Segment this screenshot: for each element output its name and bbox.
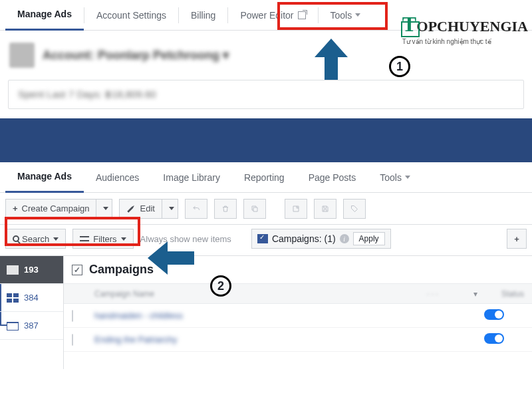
account-label: Account: Poonlarp Petchroong ▾ bbox=[43, 48, 229, 63]
chevron-down-icon bbox=[405, 176, 410, 179]
campaigns-filter-label: Campaigns: (1) bbox=[272, 233, 336, 244]
svg-rect-3 bbox=[13, 299, 19, 303]
spend-text: Spent Last 7 Days: ฿18,809.60 bbox=[18, 88, 514, 100]
tree-line bbox=[0, 312, 7, 326]
search-label: Search bbox=[22, 234, 49, 244]
content: 193 384 387 Campaigns Campaign Name · · … bbox=[0, 256, 532, 369]
leftnav-campaigns[interactable]: 193 bbox=[0, 256, 63, 284]
filter-bar: Search Filters Always show new items Cam… bbox=[0, 225, 532, 256]
main-panel: Campaigns Campaign Name · · · ▾ Status h… bbox=[64, 256, 532, 369]
account-row: Account: Poonlarp Petchroong ▾ bbox=[0, 31, 532, 76]
tree-line bbox=[0, 284, 7, 311]
create-campaign-label: Create Campaign bbox=[22, 203, 90, 213]
table-header: Campaign Name · · · ▾ Status bbox=[64, 284, 532, 304]
tab-account-settings[interactable]: Account Settings bbox=[84, 0, 178, 31]
edit-button[interactable]: Edit bbox=[119, 199, 162, 219]
header-band bbox=[0, 118, 532, 162]
status-toggle[interactable] bbox=[484, 333, 504, 344]
search-icon bbox=[13, 235, 19, 242]
always-show-text: Always show new items bbox=[140, 234, 231, 244]
tab-billing[interactable]: Billing bbox=[179, 0, 227, 31]
duplicate-button[interactable] bbox=[243, 199, 266, 219]
main-heading: Campaigns bbox=[64, 256, 532, 284]
tab2-image-library[interactable]: Image Library bbox=[151, 162, 232, 193]
folder-check-icon bbox=[257, 234, 268, 243]
folder-icon bbox=[7, 265, 19, 275]
edit-dropdown[interactable] bbox=[162, 199, 178, 219]
row-name: handmaiden - childless bbox=[94, 311, 427, 321]
tab2-tools[interactable]: Tools bbox=[368, 162, 422, 193]
popout-icon bbox=[298, 11, 306, 19]
pencil-icon bbox=[125, 202, 138, 215]
tab-tools[interactable]: Tools bbox=[319, 0, 373, 31]
tag-button[interactable] bbox=[343, 199, 366, 219]
chevron-down-icon bbox=[169, 207, 174, 210]
tab-power-editor[interactable]: Power Editor bbox=[228, 0, 317, 31]
chevron-down-icon bbox=[53, 237, 59, 241]
chevron-down-icon bbox=[355, 13, 360, 17]
duplicate-icon bbox=[251, 203, 259, 214]
ads-icon bbox=[7, 321, 19, 331]
filters-label: Filters bbox=[93, 234, 116, 244]
edit-label: Edit bbox=[140, 203, 154, 213]
filters-icon bbox=[80, 235, 89, 242]
tab-power-editor-label: Power Editor bbox=[240, 10, 293, 21]
create-campaign-group: + Create Campaign bbox=[5, 199, 112, 219]
leftnav-count-3: 387 bbox=[24, 321, 39, 331]
leftnav-count-2: 384 bbox=[24, 293, 39, 303]
avatar bbox=[9, 43, 35, 68]
chevron-down-icon bbox=[103, 207, 108, 210]
adsets-icon bbox=[7, 293, 19, 303]
row-checkbox[interactable] bbox=[72, 310, 73, 322]
campaigns-filter-chip[interactable]: Campaigns: (1) i Apply bbox=[251, 229, 391, 249]
trash-icon bbox=[221, 203, 229, 214]
create-campaign-dropdown[interactable] bbox=[96, 199, 112, 219]
leftnav-count-1: 193 bbox=[24, 265, 39, 275]
table-row[interactable]: Ending the Patriarchy bbox=[64, 328, 532, 352]
spend-summary: Spent Last 7 Days: ฿18,809.60 bbox=[8, 80, 524, 109]
leftnav-adsets[interactable]: 384 bbox=[0, 284, 63, 312]
edit-group: Edit bbox=[119, 199, 178, 219]
delete-button[interactable] bbox=[214, 199, 237, 219]
svg-rect-0 bbox=[7, 293, 12, 297]
tab2-page-posts[interactable]: Page Posts bbox=[297, 162, 368, 193]
svg-rect-1 bbox=[13, 293, 19, 297]
tab2-audiences[interactable]: Audiences bbox=[84, 162, 151, 193]
save-button[interactable] bbox=[314, 199, 336, 219]
create-campaign-button[interactable]: + Create Campaign bbox=[5, 199, 96, 219]
tab2-tools-label: Tools bbox=[380, 172, 402, 183]
plus-icon: + bbox=[13, 203, 18, 213]
left-nav: 193 384 387 bbox=[0, 256, 64, 369]
toolbar: + Create Campaign Edit bbox=[0, 193, 532, 225]
tab-manage-ads[interactable]: Manage Ads bbox=[5, 0, 84, 31]
main-title: Campaigns bbox=[89, 263, 154, 277]
top-nav: Manage Ads Account Settings Billing Powe… bbox=[0, 0, 532, 31]
info-icon: i bbox=[340, 234, 349, 243]
checkbox-icon[interactable] bbox=[72, 265, 82, 275]
svg-rect-4 bbox=[7, 323, 19, 331]
svg-rect-2 bbox=[7, 299, 12, 303]
apply-button[interactable]: Apply bbox=[353, 232, 385, 245]
add-filter-button[interactable]: + bbox=[507, 229, 527, 249]
row-name: Ending the Patriarchy bbox=[94, 334, 427, 344]
tab2-reporting[interactable]: Reporting bbox=[232, 162, 297, 193]
col-name: Campaign Name bbox=[94, 289, 427, 299]
tab-tools-label: Tools bbox=[331, 10, 352, 21]
filters-button[interactable]: Filters bbox=[72, 229, 133, 249]
table-row[interactable]: handmaiden - childless bbox=[64, 304, 532, 328]
export-icon bbox=[292, 203, 300, 214]
tag-icon bbox=[350, 203, 358, 214]
col-caret[interactable]: ▾ bbox=[467, 289, 484, 299]
status-toggle[interactable] bbox=[484, 309, 504, 320]
tab2-manage-ads[interactable]: Manage Ads bbox=[5, 162, 84, 193]
undo-icon bbox=[192, 203, 200, 214]
chevron-down-icon bbox=[121, 237, 126, 241]
row-checkbox[interactable] bbox=[72, 334, 73, 346]
search-button[interactable]: Search bbox=[5, 229, 66, 249]
save-icon bbox=[321, 203, 329, 214]
col-status: Status bbox=[484, 289, 524, 299]
export-button[interactable] bbox=[285, 199, 307, 219]
undo-button[interactable] bbox=[185, 199, 207, 219]
power-editor-tabs: Manage Ads Audiences Image Library Repor… bbox=[0, 162, 532, 193]
leftnav-ads[interactable]: 387 bbox=[0, 312, 63, 340]
